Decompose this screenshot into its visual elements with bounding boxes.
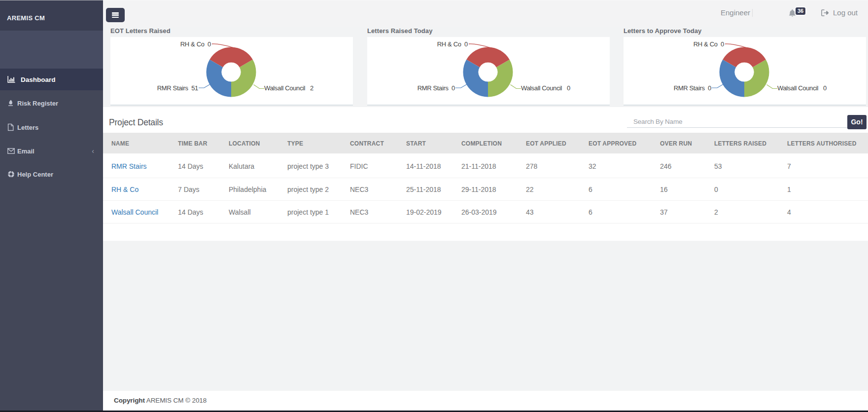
svg-text:Walsall Council 0: Walsall Council 0 xyxy=(777,84,827,92)
svg-text:RMR Stairs 0: RMR Stairs 0 xyxy=(674,84,711,92)
svg-text:RH & Co 0: RH & Co 0 xyxy=(694,40,724,48)
svg-text:RH & Co 0: RH & Co 0 xyxy=(180,40,211,48)
svg-text:Walsall Council 0: Walsall Council 0 xyxy=(521,84,570,92)
svg-text:RMR Stairs 0: RMR Stairs 0 xyxy=(417,84,455,92)
svg-text:RH & Co 0: RH & Co 0 xyxy=(437,40,468,48)
svg-text:RMR Stairs 51: RMR Stairs 51 xyxy=(157,84,198,92)
svg-text:Walsall Council 2: Walsall Council 2 xyxy=(264,84,313,92)
